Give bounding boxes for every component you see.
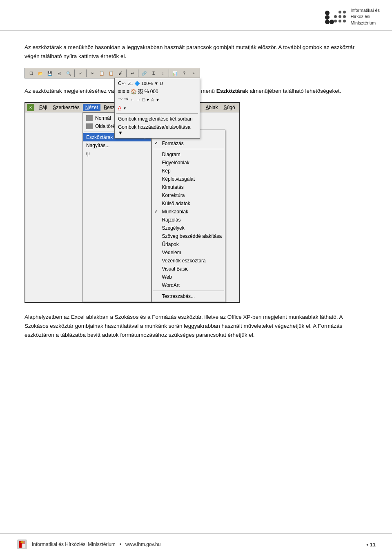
tb-save[interactable]: 💾 <box>45 69 54 77</box>
tb-help[interactable]: ? <box>180 69 189 77</box>
sub-kep[interactable]: Kép <box>152 167 225 175</box>
kep-label: Kép <box>162 168 170 174</box>
dot6 <box>339 15 341 18</box>
menu-dropdown-area: Normál Oldaltörés megtekintése Eszköztár… <box>25 112 239 302</box>
sub-rajzolas[interactable]: Rajzolás <box>152 216 225 224</box>
sub-wordart[interactable]: WordArt <box>152 281 225 289</box>
tb-insert-link[interactable]: 🔗 <box>140 69 149 77</box>
dot12 <box>343 20 346 22</box>
tb-chart[interactable]: 📊 <box>170 69 179 77</box>
vezerlo-label: Vezérlők eszköztára <box>162 258 205 264</box>
tb-sep2 <box>86 69 87 77</box>
testreszabas-label: Testreszabás... <box>162 293 195 299</box>
tb-sort[interactable]: ↕ <box>158 69 167 77</box>
tb-new[interactable]: ☐ <box>27 69 36 77</box>
dot11 <box>339 20 341 22</box>
intro-paragraph: Az eszköztárak a menükhöz hasonlóan a le… <box>24 43 368 60</box>
sub-sep1 <box>153 149 224 149</box>
sub-korrektura[interactable]: Korrektúra <box>152 191 225 199</box>
menubar-nezet[interactable]: Nézet <box>83 104 100 111</box>
szegely-label: Szegélyek <box>162 225 184 231</box>
tb-format-paint[interactable]: 🖌 <box>116 69 125 77</box>
popup-row-zoom: C∾ Z↓ 🔷 100% ▼ D <box>115 79 200 87</box>
excel-icon: X <box>27 104 34 111</box>
nezet-more[interactable]: ψ <box>83 150 151 158</box>
tb-paste[interactable]: 📋 <box>107 69 116 77</box>
sub-diagram[interactable]: Diagram <box>152 150 225 159</box>
kulso-label: Külső adatok <box>162 201 190 206</box>
keplet-label: Képletvizsgálat <box>162 176 195 182</box>
sub-web[interactable]: Web <box>152 273 225 281</box>
popup-show-label: Gombok megjelenítése két sorban <box>118 116 193 122</box>
vedelem-label: Védelem <box>162 250 181 255</box>
menubar-fajl[interactable]: Fájl <box>37 104 49 111</box>
szoveg-label: Szöveg beszéddé alakítása <box>162 233 222 239</box>
dot-empty2 <box>334 11 337 14</box>
popup-align-text: ≡ ≡ ≡ 🏠 🖼 % 000 <box>118 89 158 94</box>
popup-row-a: A ▾ <box>115 104 200 112</box>
sub-sep2 <box>153 291 224 291</box>
main-content: Az eszköztárak a menükhöz hasonlóan a le… <box>0 31 392 369</box>
tb-preview[interactable]: 🔍 <box>64 69 73 77</box>
eszkoztarak-bold: Eszköztárak <box>216 88 248 94</box>
tb-sep4 <box>138 69 138 77</box>
figyelo-label: Figyelőablak <box>162 160 189 166</box>
munka-label: Munkaablak <box>162 209 188 215</box>
nagyitas-label: Nagyítás... <box>86 143 109 148</box>
tb-print[interactable]: 🖨 <box>55 69 64 77</box>
tb-sigma[interactable]: Σ <box>149 69 158 77</box>
page-number: 11 <box>370 542 376 548</box>
sub-urlapok[interactable]: Űrlapok <box>152 240 225 248</box>
normal-icon <box>86 115 93 121</box>
sub-vb[interactable]: Visual Basic <box>152 265 225 273</box>
urlapok-label: Űrlapok <box>162 242 178 247</box>
logo-text: Informatikai és Hírközlési Minisztérium <box>350 7 380 26</box>
toolbar-popup-menu: C∾ Z↓ 🔷 100% ▼ D ≡ ≡ ≡ 🏠 🖼 % 000 ⁻⁰ ⁺⁰ ←… <box>114 78 200 139</box>
footer-left: Informatikai és Hírközlési Minisztérium … <box>16 539 160 550</box>
tb-sep3 <box>126 69 127 77</box>
tb-undo[interactable]: ↩ <box>128 69 137 77</box>
dot5 <box>334 15 337 18</box>
tb-cut[interactable]: ✂ <box>88 69 97 77</box>
more-icon: ψ <box>86 151 90 157</box>
dot10 <box>334 20 337 22</box>
diagram-label: Diagram <box>162 152 180 157</box>
sub-keplet[interactable]: Képletvizsgálat <box>152 175 225 183</box>
sub-vezerlo[interactable]: Vezérlők eszköztára <box>152 257 225 265</box>
tb-copy[interactable]: 📋 <box>97 69 106 77</box>
korrektura-label: Korrektúra <box>162 192 185 198</box>
sub-szegely[interactable]: Szegélyek <box>152 224 225 232</box>
dot4 <box>325 15 330 20</box>
tb-more[interactable]: » <box>189 69 198 77</box>
sub-munka[interactable]: ✓ Munkaablak <box>152 208 225 216</box>
sub-figyelo[interactable]: Figyelőablak <box>152 159 225 167</box>
dot9 <box>330 20 334 24</box>
footer-separator: • <box>120 542 121 547</box>
popup-show-two-rows[interactable]: Gombok megjelenítése két sorban <box>115 115 200 123</box>
popup-add-remove[interactable]: Gombok hozzáadása/eltávolítása ▼ <box>115 123 200 137</box>
sub-formazas[interactable]: ✓ Formázás <box>152 139 225 148</box>
formazas-label: Formázás <box>162 141 183 146</box>
menubar-ablak[interactable]: Ablak <box>203 104 220 111</box>
sub-vedelem[interactable]: Védelem <box>152 248 225 257</box>
header: Informatikai és Hírközlési Minisztérium <box>0 0 392 31</box>
menubar-sugo[interactable]: Súgó <box>221 104 238 111</box>
vb-label: Visual Basic <box>162 266 188 272</box>
page-bullet: • <box>366 542 368 548</box>
logo-area: Informatikai és Hírközlési Minisztérium <box>325 7 380 26</box>
tb-spell[interactable]: ✓ <box>76 69 85 77</box>
popup-add-label: Gombok hozzáadása/eltávolítása ▼ <box>118 124 196 136</box>
oldaltores-icon <box>86 123 93 129</box>
footer-org: Informatikai és Hírközlési Minisztérium <box>32 542 116 547</box>
sub-szoveg[interactable]: Szöveg beszéddé alakítása <box>152 232 225 240</box>
sub-kimutatas[interactable]: Kimutatás <box>152 183 225 191</box>
sub-testreszabas[interactable]: Testreszabás... <box>152 292 225 300</box>
check-formazas: ✓ <box>154 141 158 146</box>
menubar-szerkesztes[interactable]: Szerkesztés <box>50 104 82 111</box>
wordart-label: WordArt <box>162 282 180 288</box>
sub-kulso[interactable]: Külső adatok <box>152 199 225 208</box>
nezet-nagyitas[interactable]: Nagyítás... <box>83 141 151 150</box>
dot2 <box>339 11 341 13</box>
tb-open[interactable]: 📂 <box>36 69 45 77</box>
dot3 <box>343 11 346 13</box>
